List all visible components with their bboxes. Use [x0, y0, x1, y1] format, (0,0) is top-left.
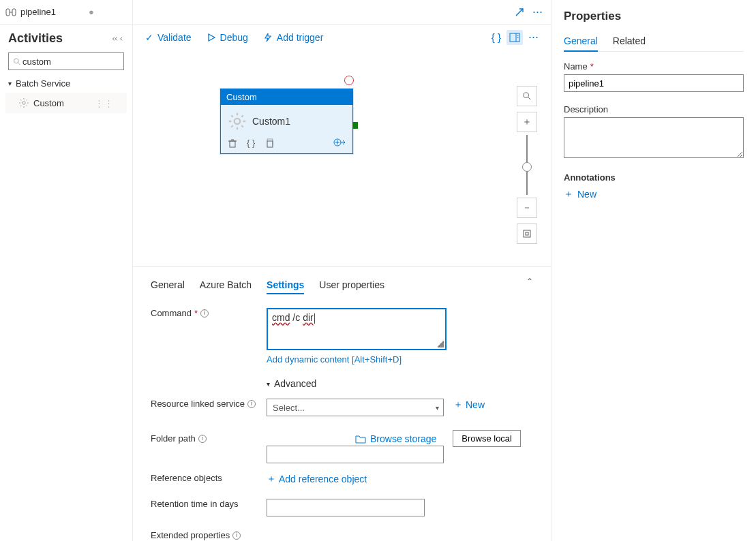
resize-handle-icon[interactable] — [437, 341, 444, 347]
editor-more-icon[interactable]: ··· — [532, 5, 543, 19]
activities-heading-text: Activities — [8, 31, 63, 46]
node-action-bar: { } — [221, 135, 352, 153]
add-reference-object-link[interactable]: ＋Add reference object — [267, 473, 367, 485]
add-output-icon[interactable] — [333, 138, 346, 147]
node-header: Custom — [221, 89, 352, 105]
play-icon — [207, 33, 216, 42]
svg-line-4 — [18, 62, 20, 64]
svg-point-5 — [22, 102, 25, 104]
tab-general[interactable]: General — [151, 277, 185, 294]
chevron-down-icon: ▾ — [8, 80, 12, 87]
new-annotation-link[interactable]: ＋New — [564, 188, 744, 200]
resource-linked-select[interactable]: Select... ▾ — [267, 399, 444, 416]
svg-rect-16 — [267, 141, 273, 147]
activity-settings-panel: General Azure Batch Settings User proper… — [133, 267, 551, 541]
validate-button[interactable]: ✓ Validate — [145, 32, 192, 43]
check-icon: ✓ — [145, 32, 153, 43]
toolbar-more-icon[interactable]: ··· — [528, 30, 539, 44]
info-icon[interactable]: i — [232, 531, 241, 540]
advanced-toggle[interactable]: ▾ Advanced — [147, 378, 537, 389]
folder-path-label: Folder pathi — [151, 433, 267, 444]
info-icon[interactable]: i — [198, 435, 207, 443]
editor-area: ··· ✓ Validate Debug Add trigger { } — [133, 0, 551, 541]
gear-icon — [18, 97, 29, 108]
properties-tab-related[interactable]: Related — [613, 35, 646, 51]
collapse-panel-icon[interactable]: ⌃ — [526, 277, 533, 294]
debug-label: Debug — [220, 32, 248, 43]
expand-editor-icon[interactable] — [515, 7, 524, 17]
plus-icon: ＋ — [267, 473, 276, 485]
browse-local-button[interactable]: Browse local — [453, 430, 521, 447]
editor-tab-title[interactable]: pipeline1 — [20, 7, 56, 17]
properties-tabs: General Related — [564, 35, 744, 52]
folder-path-input[interactable] — [267, 446, 444, 463]
browse-storage-link[interactable]: Browse storage — [355, 433, 436, 444]
plus-icon: ＋ — [453, 399, 463, 411]
reference-objects-label: Reference objects — [151, 473, 267, 483]
group-label: Batch Service — [16, 78, 70, 89]
svg-line-6 — [516, 9, 523, 16]
tab-settings[interactable]: Settings — [267, 277, 304, 294]
settings-tabs: General Azure Batch Settings User proper… — [147, 267, 537, 298]
properties-heading: Properties — [564, 10, 744, 23]
retention-input[interactable] — [267, 499, 425, 516]
code-icon[interactable]: { } — [247, 138, 255, 148]
properties-panel: Properties General Related Name* Descrip… — [551, 0, 756, 541]
drag-handle-icon[interactable]: ⋮⋮ — [95, 98, 114, 108]
info-icon[interactable]: i — [200, 309, 209, 318]
search-icon — [13, 57, 21, 66]
svg-rect-13 — [230, 141, 235, 147]
activities-search-input[interactable] — [21, 56, 119, 67]
name-label: Name* — [564, 61, 744, 72]
properties-toggle-icon[interactable] — [506, 30, 523, 45]
activities-panel: pipeline1 ● Activities ▾ Batch Service C… — [0, 0, 133, 541]
new-linked-service-link[interactable]: ＋New — [453, 399, 485, 411]
command-input[interactable]: cmd /c dir — [267, 308, 447, 350]
zoom-slider-thumb[interactable] — [522, 162, 532, 172]
add-trigger-label: Add trigger — [277, 32, 323, 43]
select-placeholder: Select... — [273, 403, 305, 413]
retention-label: Retention time in days — [151, 499, 267, 509]
success-connector[interactable] — [352, 122, 358, 129]
chevron-down-icon: ▾ — [436, 404, 439, 412]
tab-user-properties[interactable]: User properties — [319, 277, 384, 294]
activity-item-custom[interactable]: Custom ⋮⋮ — [5, 93, 127, 113]
properties-tab-general[interactable]: General — [564, 35, 598, 52]
zoom-out-button[interactable]: － — [517, 198, 537, 218]
description-label: Description — [564, 104, 744, 114]
svg-rect-24 — [526, 232, 528, 235]
collapse-activities-icon[interactable] — [112, 35, 124, 43]
description-input[interactable] — [564, 117, 744, 158]
add-dynamic-content-link[interactable]: Add dynamic content [Alt+Shift+D] — [267, 354, 447, 365]
activities-group-batch[interactable]: ▾ Batch Service — [0, 76, 132, 91]
zoom-slider[interactable] — [526, 135, 528, 195]
canvas-search-button[interactable] — [517, 86, 537, 106]
svg-rect-0 — [6, 9, 10, 16]
trigger-icon — [263, 33, 273, 42]
code-view-icon[interactable]: { } — [492, 31, 501, 43]
zoom-in-button[interactable]: ＋ — [517, 112, 537, 132]
command-label: Command*i — [151, 308, 267, 318]
activity-node-custom[interactable]: Custom Custom1 { } — [220, 89, 353, 154]
info-icon[interactable]: i — [247, 400, 256, 408]
resource-linked-label: Resource linked servicei — [151, 399, 267, 409]
pipeline-canvas[interactable]: Custom Custom1 { } ＋ — [133, 50, 551, 267]
validate-label: Validate — [157, 32, 192, 43]
copy-icon[interactable] — [264, 138, 274, 148]
folder-icon — [355, 434, 366, 444]
svg-point-3 — [14, 59, 18, 63]
delete-icon[interactable] — [228, 138, 237, 148]
canvas-controls: ＋ － — [517, 86, 537, 244]
name-input[interactable] — [564, 74, 744, 92]
debug-button[interactable]: Debug — [207, 32, 248, 43]
gear-icon — [228, 112, 247, 131]
advanced-label: Advanced — [274, 378, 316, 389]
tab-azure-batch[interactable]: Azure Batch — [200, 277, 252, 294]
extended-properties-label: Extended propertiesi — [151, 530, 241, 540]
add-trigger-button[interactable]: Add trigger — [263, 32, 323, 43]
node-name: Custom1 — [252, 116, 290, 127]
svg-point-12 — [235, 119, 240, 124]
svg-rect-23 — [524, 230, 530, 237]
fit-screen-button[interactable] — [517, 223, 537, 244]
activities-search[interactable] — [8, 52, 124, 70]
